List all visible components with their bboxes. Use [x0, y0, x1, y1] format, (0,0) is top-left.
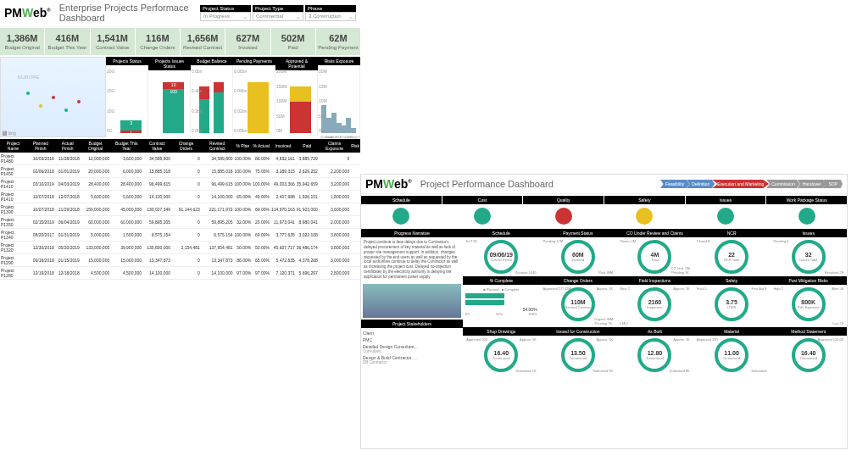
kpi-card[interactable]: 502M Paid — [271, 28, 315, 55]
phase-chevron[interactable]: SOP — [823, 180, 843, 188]
table-header[interactable]: Change Orders — [171, 139, 201, 153]
project-photo[interactable] — [363, 284, 461, 318]
table-header[interactable]: Actual Finish — [55, 139, 81, 153]
table-header[interactable]: Revised Contract — [201, 139, 234, 153]
table-cell: 50.00% — [234, 242, 253, 254]
kpi-card[interactable]: 1,656M Revised Contract — [181, 28, 225, 55]
table-row[interactable]: Project P129006/18/201801/15/201915,000,… — [0, 254, 360, 267]
mini-chart[interactable]: Approved & Potential 0M50M100M150M200M — [275, 57, 318, 137]
table-cell: 100.00% — [234, 178, 253, 191]
table-header[interactable]: Claims Exposure — [319, 139, 350, 153]
filter-select[interactable]: Commercial⌄ — [253, 12, 303, 21]
mini-chart[interactable]: Pending Payments 0.00bn0.02bn0.04bn0.06b… — [233, 57, 275, 137]
gauge-header: Schedule — [463, 229, 540, 237]
gauge-card[interactable]: Near 2 Approv. 1K 2160Inspection LTA 2 — [616, 285, 693, 327]
table-cell: 59,895,205 — [142, 216, 171, 229]
kpi-card[interactable]: 416M Budget This Year — [45, 28, 89, 55]
table-row[interactable]: Project P141012/07/201812/07/20185,600,0… — [0, 191, 360, 203]
gauge-value: 3.75 — [726, 299, 737, 305]
stakeholder-item[interactable]: Detailed Design Consultant…Consultant — [363, 343, 461, 354]
gauge-card[interactable]: Approved CO 12M Approv. 1K 110MRevised C… — [540, 285, 617, 327]
table-row[interactable]: Project P139010/07/201811/29/2018150,000… — [0, 203, 360, 216]
table-row[interactable]: Project P135002/15/201906/04/201960,000,… — [0, 216, 360, 229]
table-row[interactable]: Project P141003/10/201904/03/201928,400,… — [0, 178, 360, 191]
table-cell: 06/04/2019 — [55, 216, 81, 229]
table-cell: 20,000,000 — [81, 165, 110, 178]
gauge-card[interactable]: Closed 8 22NCR Total — [693, 237, 771, 276]
table-header[interactable]: Contract Value — [142, 139, 171, 153]
gauge-card[interactable]: Claims 2M 4MTotal CO Und. 2M Pending 1K — [616, 237, 693, 276]
gauge-card[interactable]: EoT 60 09/06/19Current Finish Duration 1… — [463, 237, 540, 276]
gauge-card[interactable]: Pending 12M 60MInvoiced Paid 48M — [540, 237, 617, 276]
gauge-card[interactable]: Approv. 5K 13.50Turnaround Submitted 3K — [540, 336, 617, 375]
kpi-card[interactable]: 116M Change Orders — [136, 28, 180, 55]
gauge-value: 32 — [805, 252, 812, 258]
phase-chevron[interactable]: Execution and Marketing — [712, 180, 769, 188]
status-dot-col: Cost — [442, 196, 523, 228]
gauge-value: 800K — [801, 299, 815, 305]
filter-select[interactable]: In Progress⌄ — [200, 12, 251, 21]
table-cell: Project P1450 — [0, 165, 26, 178]
projects-table[interactable]: Project NamePlanned FinishActual FinishB… — [0, 139, 360, 280]
mini-chart[interactable]: Projects Issues Status 10103 — [148, 57, 191, 137]
phase-chevron[interactable]: Commission — [766, 180, 800, 188]
table-cell: 01/01/2019 — [55, 165, 81, 178]
right-title: Project Performance Dashboard — [420, 179, 554, 189]
status-dot-icon[interactable] — [717, 208, 734, 225]
table-cell: 05/20/2019 — [55, 242, 81, 254]
table-cell: 49.00% — [252, 191, 270, 203]
kpi-card[interactable]: 62M Pending Payment — [316, 28, 360, 55]
mini-chart[interactable]: Projects Status 315G10G15G20G — [106, 57, 148, 137]
kpi-label: Paid — [273, 45, 314, 50]
gauge-value: 2160 — [648, 299, 662, 305]
kpi-card[interactable]: 627M Invoiced — [225, 28, 270, 55]
gauge-card[interactable]: Approv. 1K 12.80Turnaround Submitted 0K — [616, 336, 693, 375]
gauge-card[interactable]: Approved 120.00 16.40Turnaround — [770, 336, 847, 375]
table-row[interactable]: Project P145002/06/201801/01/201920,000,… — [0, 165, 360, 178]
bing-map[interactable]: EUROPE 🅱 bing — [0, 57, 106, 137]
table-header[interactable]: Planned Finish — [26, 139, 55, 153]
table-header[interactable]: % Actual — [252, 139, 270, 153]
gauge-card[interactable]: Fatal 1 First Aid 8 3.75LTIFR — [693, 285, 771, 327]
table-row[interactable]: Project P134008/20/201701/31/20195,000,0… — [0, 229, 360, 242]
gauge-header: % Complete — [463, 276, 540, 285]
kpi-card[interactable]: 1,386M Budget Original — [0, 28, 44, 55]
table-header[interactable]: Risk — [350, 139, 360, 153]
status-dot-icon[interactable] — [555, 208, 572, 225]
table-header[interactable]: % Plan — [234, 139, 253, 153]
phase-chevron[interactable]: Feasibility — [660, 180, 689, 188]
phase-chevron[interactable]: Definition — [687, 180, 715, 188]
gauge-card[interactable]: High 2 Alert 58 800KRisk Exposure Low 23 — [770, 285, 847, 327]
table-cell: 100.00% — [234, 153, 253, 165]
status-dot-icon[interactable] — [798, 208, 815, 225]
gauge-card[interactable]: Pending 4 32Issues Total Resolved 28 — [770, 237, 847, 276]
status-dot-icon[interactable] — [636, 208, 653, 225]
filter-select[interactable]: 3 Construction⌄ — [305, 12, 356, 21]
table-cell: 2,800,000 — [319, 267, 350, 280]
gauge-header: Post Mitigation Risks — [770, 276, 847, 285]
gauge-card[interactable]: Approved 100 11.00Turnaround Submitted — [693, 336, 771, 375]
table-row[interactable]: Project P132012/30/201805/20/2019133,000… — [0, 242, 360, 254]
gauge-value: 16.40 — [801, 350, 816, 356]
status-dot-icon[interactable] — [474, 208, 491, 225]
table-header[interactable]: Invoiced — [270, 139, 296, 153]
table-header[interactable]: Project Name — [0, 139, 26, 153]
gauge-card[interactable]: Approved 200 Approv. 5K 16.40Turnaround … — [463, 336, 540, 375]
percent-complete-chart[interactable]: ■ Planned ■ Complete 54.00% 0%50%100% — [463, 285, 540, 327]
table-cell: 01/15/2019 — [55, 254, 81, 267]
stakeholder-item[interactable]: PMC — [363, 336, 461, 343]
table-row[interactable]: Project P148010/03/201811/28/201812,000,… — [0, 153, 360, 165]
table-header[interactable]: Paid — [296, 139, 319, 153]
mini-chart[interactable]: Risks Exposure 0M5M10M15M20MScheduleScop… — [318, 57, 360, 137]
status-dot-icon[interactable] — [392, 208, 409, 225]
gauge-header: Field Inspections — [616, 276, 693, 285]
table-header[interactable]: Budget This Year — [110, 139, 142, 153]
table-cell: 10/03/2018 — [26, 153, 55, 165]
table-header[interactable]: Budget Original — [81, 139, 110, 153]
table-row[interactable]: Project P128012/19/201812/18/20184,500,0… — [0, 267, 360, 280]
phase-chevron[interactable]: Handover — [798, 180, 826, 188]
stakeholder-item[interactable]: Client — [363, 330, 461, 336]
stakeholder-item[interactable]: Design & Build Contractor …DB Contractor — [363, 354, 461, 365]
kpi-card[interactable]: 1,541M Contract Value — [91, 28, 135, 55]
mini-chart[interactable]: Budget Balance 0.0bn0.2bn0.4bn0.6bn — [191, 57, 233, 137]
